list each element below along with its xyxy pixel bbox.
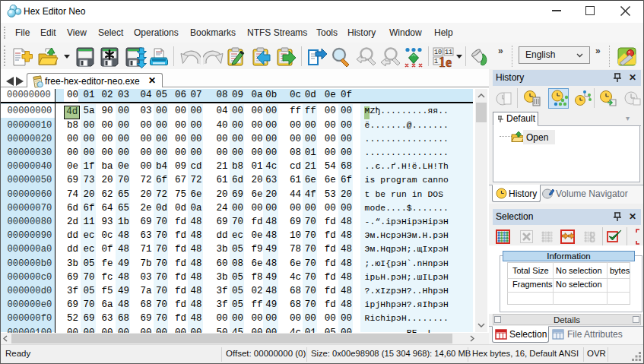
- svg-text:1e: 1e: [439, 55, 452, 68]
- svg-text:1: 1: [434, 58, 438, 65]
